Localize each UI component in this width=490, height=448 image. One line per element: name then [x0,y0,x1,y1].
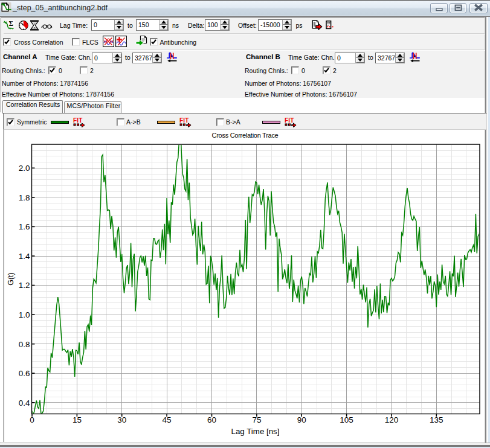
svg-text:FIT: FIT [285,117,294,124]
svg-text:75: 75 [252,415,261,424]
svg-text:105: 105 [340,415,353,424]
svg-text:FIT: FIT [73,117,83,124]
svg-text:0.4: 0.4 [19,398,30,408]
svg-text:1.6: 1.6 [19,222,30,231]
svg-text:30: 30 [117,415,126,424]
svg-text:Lag Time [ns]: Lag Time [ns] [231,427,280,436]
svg-text:FIT: FIT [179,117,189,124]
svg-text:G(t): G(t) [7,272,15,286]
svg-text:Cross Correlation Trace: Cross Correlation Trace [212,132,279,139]
svg-text:1.8: 1.8 [19,193,30,202]
svg-text:120: 120 [385,415,399,424]
svg-text:0: 0 [30,415,34,424]
svg-text:0.8: 0.8 [19,340,30,349]
svg-text:1.0: 1.0 [19,310,30,319]
svg-text:90: 90 [297,415,306,424]
svg-text:1.4: 1.4 [19,252,30,261]
svg-text:45: 45 [163,415,172,424]
svg-text:0.6: 0.6 [19,369,30,378]
svg-text:Σ: Σ [9,20,14,27]
svg-text:135: 135 [430,415,443,424]
svg-text:15: 15 [73,415,82,424]
svg-text:60: 60 [207,415,216,424]
svg-text:1.2: 1.2 [19,281,30,290]
svg-text:2.0: 2.0 [19,164,30,173]
